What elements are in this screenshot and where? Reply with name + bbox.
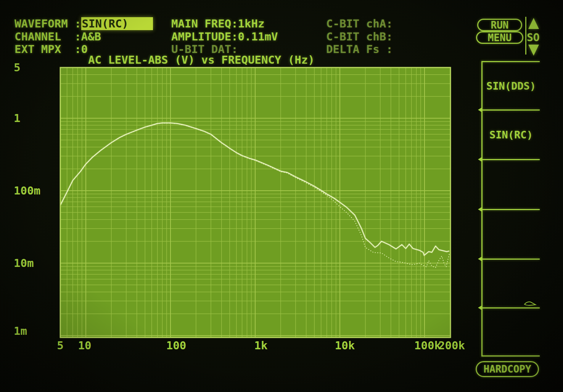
softkey-divider <box>481 61 540 62</box>
ext-mpx-value[interactable]: 0 <box>81 43 88 56</box>
softkey-panel: SIN(DDS) SIN(RC) <box>481 61 540 357</box>
x-tick-label: 1k <box>254 339 268 352</box>
waveform-field: WAVEFORM :SIN(RC) <box>14 17 153 30</box>
amplitude-field: AMPLITUDE:0.11mV <box>171 30 278 43</box>
softkey-3[interactable] <box>483 160 540 209</box>
chart-title: AC LEVEL-ABS (V) vs FREQUENCY (Hz) <box>88 53 315 66</box>
scroll-page-label: SO <box>527 31 540 44</box>
softkey-label: SIN(RC) <box>489 129 533 141</box>
delta-fs-label: DELTA Fs : <box>326 43 393 56</box>
hardcopy-button[interactable]: HARDCOPY <box>476 361 539 377</box>
scroll-down-icon[interactable] <box>528 45 539 56</box>
channel-field: CHANNEL :A&B <box>14 30 101 43</box>
channel-value[interactable]: A&B <box>81 30 101 43</box>
ext-mpx-field: EXT MPX :0 <box>14 43 88 56</box>
analyzer-screen: 5101001k10k100k200k51100m10m1m WAVEFORM … <box>0 0 563 392</box>
y-tick-label: 5 <box>14 61 20 74</box>
cursor-artifact <box>523 300 537 307</box>
softkey-6[interactable] <box>483 308 540 355</box>
amplitude-value[interactable]: 0.11mV <box>238 30 278 43</box>
x-tick-label: 100k <box>414 339 441 352</box>
y-tick-label: 1m <box>14 325 27 337</box>
y-tick-label: 1 <box>14 112 20 125</box>
softkey-divider <box>481 259 540 260</box>
softkey-divider <box>481 355 540 357</box>
scroll-divider <box>525 17 526 55</box>
softkey-divider <box>481 159 540 160</box>
softkey-label: SIN(DDS) <box>486 80 536 92</box>
softkey-divider <box>481 109 540 111</box>
c-bit-cha-field: C-BIT chA: <box>326 17 393 30</box>
x-tick-label: 5 <box>57 339 63 352</box>
y-tick-label: 100m <box>14 184 40 197</box>
x-tick-label: 10 <box>78 339 92 352</box>
channel-label: CHANNEL : <box>14 30 81 43</box>
softkey-divider <box>481 307 540 308</box>
menu-button[interactable]: MENU <box>476 31 523 44</box>
softkey-sin-dds[interactable]: SIN(DDS) <box>483 62 540 109</box>
ext-mpx-label: EXT MPX : <box>14 43 81 56</box>
main-freq-label: MAIN FREQ: <box>171 17 238 30</box>
run-button[interactable]: RUN <box>477 19 522 31</box>
x-tick-label: 100 <box>166 339 186 352</box>
c-bit-chb-label: C-BIT chB: <box>326 30 393 43</box>
c-bit-cha-label: C-BIT chA: <box>326 17 393 30</box>
amplitude-label: AMPLITUDE: <box>171 30 238 43</box>
scroll-up-icon[interactable] <box>528 18 539 29</box>
waveform-label: WAVEFORM : <box>14 17 81 30</box>
delta-fs-field: DELTA Fs : <box>326 43 393 56</box>
softkey-divider <box>481 209 540 210</box>
c-bit-chb-field: C-BIT chB: <box>326 30 393 43</box>
softkey-sin-rc[interactable]: SIN(RC) <box>483 111 540 159</box>
softkey-4[interactable] <box>483 210 540 259</box>
x-tick-label: 200k <box>438 339 465 352</box>
main-freq-value[interactable]: 1kHz <box>238 17 265 30</box>
y-tick-label: 10m <box>14 257 34 270</box>
waveform-value[interactable]: SIN(RC) <box>81 17 153 30</box>
x-tick-label: 10k <box>335 339 355 352</box>
main-freq-field: MAIN FREQ:1kHz <box>171 17 264 30</box>
